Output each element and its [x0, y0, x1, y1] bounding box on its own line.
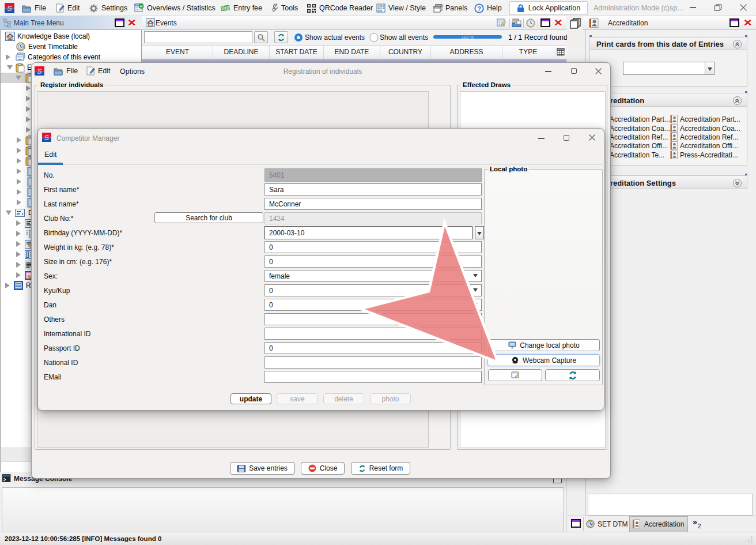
svg-text:S: S — [44, 134, 49, 142]
svg-text:?: ? — [477, 5, 481, 12]
svg-text:S: S — [7, 4, 12, 13]
svg-text:S: S — [37, 67, 41, 76]
